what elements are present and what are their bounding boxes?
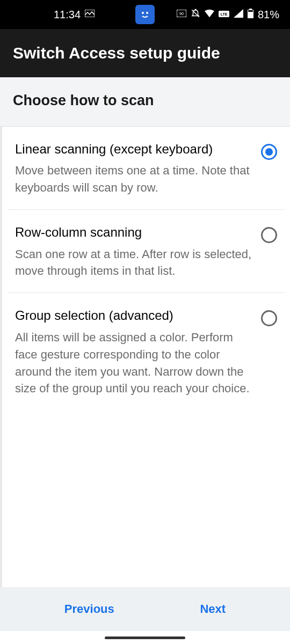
next-button[interactable]: Next [200, 602, 226, 616]
wifi-icon [205, 9, 214, 20]
option-description: Move between items one at a time. Note t… [15, 162, 255, 196]
svg-point-2 [146, 12, 148, 14]
section-title: Choose how to scan [13, 92, 277, 109]
page-header: Switch Access setup guide [0, 29, 290, 77]
svg-point-1 [142, 12, 144, 14]
status-right: 90 LTE 81% [177, 9, 279, 21]
refresh-icon: 90 [177, 10, 186, 19]
option-text: Linear scanning (except keyboard) Move b… [15, 141, 255, 196]
svg-text:LTE: LTE [221, 12, 228, 16]
section-header: Choose how to scan [0, 77, 290, 127]
radio-button[interactable] [261, 310, 277, 326]
option-title: Row-column scanning [15, 224, 255, 241]
status-time: 11:34 [54, 9, 81, 21]
media-icon [85, 10, 95, 19]
status-bar: 11:34 90 LTE 81% [0, 0, 290, 29]
option-group-selection[interactable]: Group selection (advanced) All items wil… [8, 293, 285, 410]
dnd-icon [191, 9, 200, 20]
radio-button[interactable] [261, 227, 277, 243]
svg-rect-10 [248, 10, 253, 12]
signal-icon [234, 9, 243, 20]
option-description: All items will be assigned a color. Perf… [15, 329, 255, 398]
system-nav-bar [0, 631, 290, 644]
option-description: Scan one row at a time. After row is sel… [15, 246, 255, 280]
nav-handle[interactable] [105, 636, 185, 639]
option-text: Group selection (advanced) All items wil… [15, 307, 255, 397]
previous-button[interactable]: Previous [64, 602, 114, 616]
page-title: Switch Access setup guide [13, 44, 277, 62]
volte-icon: LTE [219, 10, 229, 19]
radio-button[interactable] [261, 144, 277, 160]
battery-icon [248, 9, 253, 20]
option-title: Linear scanning (except keyboard) [15, 141, 255, 158]
status-left: 11:34 [54, 9, 95, 21]
svg-rect-8 [249, 9, 252, 10]
footer-nav: Previous Next [0, 587, 290, 631]
battery-percent: 81% [258, 9, 279, 21]
face-icon [135, 5, 155, 24]
option-linear-scanning[interactable]: Linear scanning (except keyboard) Move b… [8, 127, 285, 210]
option-row-column[interactable]: Row-column scanning Scan one row at a ti… [8, 210, 285, 293]
status-center [135, 5, 155, 24]
option-title: Group selection (advanced) [15, 307, 255, 324]
options-list: Linear scanning (except keyboard) Move b… [0, 127, 290, 587]
svg-text:90: 90 [179, 12, 184, 16]
option-text: Row-column scanning Scan one row at a ti… [15, 224, 255, 280]
